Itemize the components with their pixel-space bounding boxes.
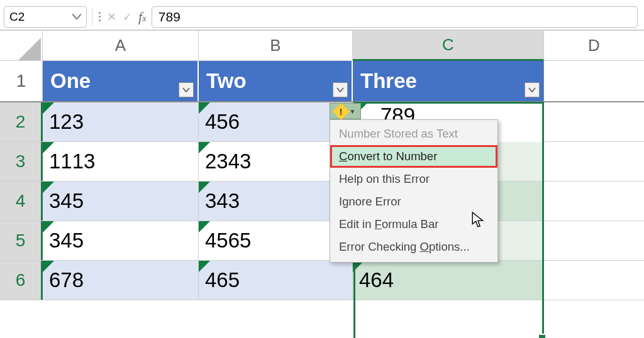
cell-D2[interactable] <box>544 102 644 141</box>
menu-item-ignore-error[interactable]: Ignore Error <box>330 190 497 213</box>
table-row: 4 345 343 <box>0 182 644 221</box>
fx-icon[interactable]: fx <box>138 9 147 25</box>
table-row: 6 678 465 464 <box>0 261 644 300</box>
row-header-3[interactable]: 3 <box>0 142 43 181</box>
table-row: 1 One Two Three <box>0 61 644 102</box>
name-box[interactable]: C2 <box>4 6 87 28</box>
cell-C1[interactable]: Three <box>353 61 544 101</box>
cell-A4[interactable]: 345 <box>43 182 199 221</box>
row-header-1[interactable]: 1 <box>0 61 43 101</box>
cell-value: 2343 <box>205 150 251 173</box>
spreadsheet-grid: A B C D 1 One Two Three 2 123 <box>0 31 644 300</box>
cell-value: 678 <box>49 268 84 292</box>
warning-diamond-icon: ! <box>333 103 350 120</box>
cell-D1[interactable] <box>544 61 644 101</box>
filter-dropdown-icon[interactable] <box>179 82 194 97</box>
row-header-2[interactable]: 2 <box>0 102 43 141</box>
cell-D3[interactable] <box>544 142 644 181</box>
formula-bar-row: C2 ✕ ✓ fx 789 <box>0 0 644 31</box>
cell-value: 4565 <box>205 229 251 253</box>
filter-dropdown-icon[interactable] <box>525 82 540 97</box>
cell-D5[interactable] <box>544 221 644 260</box>
cell-value: 123 <box>49 110 84 134</box>
cell-C6[interactable]: 464 <box>353 261 544 300</box>
menu-item-error-checking-options[interactable]: Error Checking Options... <box>330 236 497 258</box>
formula-controls: ✕ ✓ fx <box>107 9 147 25</box>
cell-A6[interactable]: 678 <box>43 261 199 300</box>
cell-A3[interactable]: 1113 <box>43 142 199 181</box>
cell-value: Two <box>206 69 247 93</box>
cell-value: 456 <box>205 110 240 134</box>
menu-item-convert-to-number[interactable]: Convert to Number <box>330 145 497 168</box>
cell-D6[interactable] <box>544 261 644 300</box>
chevron-down-icon[interactable] <box>72 13 81 21</box>
cell-D4[interactable] <box>544 182 644 221</box>
confirm-icon[interactable]: ✓ <box>123 10 132 24</box>
cell-value: 343 <box>205 189 240 213</box>
menu-item-edit-in-formula-bar[interactable]: Edit in Formula Bar <box>330 213 497 236</box>
cell-value: 1113 <box>49 150 95 173</box>
cell-value: 464 <box>359 268 394 292</box>
cell-value: 345 <box>49 189 84 213</box>
cell-A2[interactable]: 123 <box>43 102 199 141</box>
menu-item-help-on-error[interactable]: Help on this Error <box>330 168 497 190</box>
error-smart-tag[interactable]: ! ▼ <box>330 103 361 119</box>
error-context-menu: Number Stored as Text Convert to Number … <box>330 119 498 263</box>
cell-B6[interactable]: 465 <box>199 261 353 300</box>
table-row: 3 1113 2343 <box>0 142 644 182</box>
cell-A5[interactable]: 345 <box>43 221 199 260</box>
cell-value: One <box>50 69 91 93</box>
column-header-A[interactable]: A <box>43 31 199 60</box>
fill-handle[interactable] <box>539 335 545 338</box>
table-row: 2 123 456 <box>0 102 644 142</box>
cell-value: Three <box>360 69 417 93</box>
select-all-corner[interactable] <box>0 31 43 60</box>
row-header-6[interactable]: 6 <box>0 261 43 300</box>
cell-value: 465 <box>205 268 240 292</box>
column-header-B[interactable]: B <box>199 31 353 60</box>
filter-dropdown-icon[interactable] <box>333 82 348 97</box>
cell-value: 345 <box>49 229 84 253</box>
cancel-icon[interactable]: ✕ <box>107 10 116 24</box>
column-header-C[interactable]: C <box>353 31 544 61</box>
formula-input[interactable]: 789 <box>152 6 638 28</box>
chevron-down-icon: ▼ <box>350 108 356 115</box>
cell-B1[interactable]: Two <box>199 61 353 101</box>
menu-item-number-stored-as-text: Number Stored as Text <box>330 123 497 145</box>
cell-A1[interactable]: One <box>43 61 199 101</box>
table-row: 5 345 4565 <box>0 221 644 261</box>
name-box-value: C2 <box>9 10 25 24</box>
column-header-D[interactable]: D <box>544 31 644 60</box>
kebab-icon[interactable] <box>97 12 102 21</box>
row-header-5[interactable]: 5 <box>0 221 43 260</box>
column-headers: A B C D <box>0 31 644 61</box>
formula-input-value: 789 <box>158 9 180 25</box>
separator <box>92 8 92 26</box>
row-header-4[interactable]: 4 <box>0 182 43 221</box>
